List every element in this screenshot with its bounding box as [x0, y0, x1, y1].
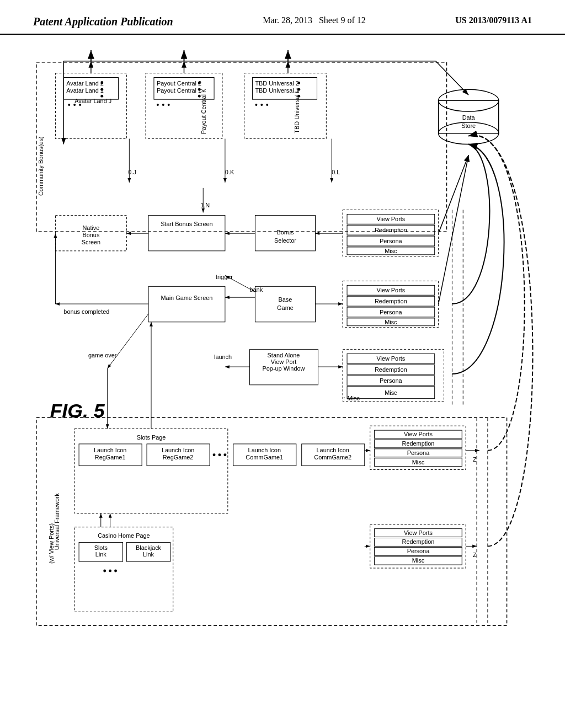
svg-rect-100: [74, 527, 173, 612]
z-label-2: Z: [473, 552, 477, 558]
svg-text:View Port: View Port: [271, 358, 296, 365]
launch-icon-comm1: Launch Icon: [248, 447, 281, 453]
svg-text:Pop-up Window: Pop-up Window: [263, 365, 305, 372]
view-ports-1: View Ports: [376, 216, 405, 222]
svg-point-12: [162, 104, 164, 106]
svg-point-21: [266, 104, 268, 106]
svg-line-64: [108, 314, 148, 368]
svg-point-13: [168, 104, 170, 106]
svg-point-22: [297, 82, 300, 84]
redemption-2: Redemption: [375, 298, 407, 304]
native-bonus-screen: Native: [82, 224, 99, 231]
svg-point-84: [213, 453, 216, 456]
redemption-1: Redemption: [375, 227, 407, 233]
svg-text:Screen: Screen: [82, 239, 101, 245]
svg-point-6: [100, 82, 103, 84]
publication-date-sheet: Mar. 28, 2013 Sheet 9 of 12: [263, 15, 366, 25]
svg-point-86: [223, 453, 226, 456]
data-store-label: Data: [462, 114, 476, 121]
persona-3: Persona: [380, 377, 403, 384]
svg-rect-50: [148, 286, 225, 322]
view-ports-5: View Ports: [404, 529, 433, 536]
launch-icon-reg1: Launch Icon: [94, 447, 126, 453]
svg-point-19: [255, 104, 257, 106]
misc-2: Misc: [385, 319, 397, 325]
svg-point-20: [260, 104, 263, 106]
label-1n: 1.N: [200, 202, 210, 208]
svg-point-3: [68, 104, 70, 106]
svg-rect-79: [74, 429, 228, 513]
diagram-area: FIG. 5 Community Bonus(es) Avatar Land J…: [0, 35, 565, 713]
tbd-universal-1: TBD Universal 1: [255, 87, 299, 94]
svg-text:RegGame2: RegGame2: [163, 454, 194, 461]
data-store-label2: Store: [461, 122, 476, 129]
persona-5: Persona: [407, 548, 430, 554]
svg-point-105: [103, 570, 106, 572]
launch-icon-comm2: Launch Icon: [317, 447, 349, 453]
misc-arrow: ↑ Misc: [343, 395, 360, 402]
publication-number: US 2013/0079113 A1: [455, 15, 532, 25]
svg-point-8: [100, 95, 103, 98]
svg-point-16: [198, 95, 201, 98]
misc-3: Misc: [385, 389, 397, 396]
publication-title: Patent Application Publication: [33, 15, 173, 28]
slots-page-label: Slots Page: [137, 434, 166, 441]
svg-point-107: [114, 570, 117, 572]
svg-text:Link: Link: [95, 551, 107, 558]
svg-line-63: [439, 155, 469, 304]
redemption-3: Redemption: [375, 366, 407, 373]
z-label-1: Z: [473, 456, 477, 463]
avatar-land-j: Avatar Land J: [74, 98, 111, 104]
fig-label: FIG. 5: [50, 400, 105, 422]
svg-text:Selector: Selector: [274, 237, 296, 244]
stand-alone-label: Stand Alone: [268, 352, 300, 358]
svg-text:(w/ View Ports): (w/ View Ports): [48, 523, 55, 564]
svg-text:Game: Game: [277, 304, 294, 311]
base-game: Base: [279, 296, 292, 303]
svg-point-106: [109, 570, 111, 572]
svg-point-15: [198, 88, 201, 91]
svg-text:Link: Link: [143, 551, 154, 558]
payout-central-k-label: Payout Central K: [200, 88, 207, 134]
svg-point-5: [79, 104, 81, 106]
blackjack-link: Blackjack: [136, 544, 162, 551]
game-over-label: game over: [88, 352, 117, 358]
casino-home-page-label: Casino Home Page: [98, 532, 150, 539]
svg-point-85: [218, 453, 221, 456]
svg-text:Bonus: Bonus: [82, 232, 99, 238]
view-ports-2: View Ports: [376, 287, 405, 293]
svg-point-23: [297, 88, 300, 91]
persona-4: Persona: [407, 449, 430, 456]
svg-line-126: [436, 61, 469, 95]
svg-text:RegGame1: RegGame1: [95, 454, 126, 461]
community-bonus-label: Community Bonus(es): [38, 136, 44, 196]
page-header: Patent Application Publication Mar. 28, …: [0, 0, 565, 35]
bonus-selector: Bonus: [277, 229, 294, 235]
svg-text:CommGame1: CommGame1: [246, 454, 283, 461]
payout-central-1: Payout Central 1: [157, 87, 201, 94]
slots-link: Slots: [94, 544, 108, 551]
avatar-land-2: Avatar Land 2: [66, 80, 104, 87]
redemption-4: Redemption: [402, 440, 435, 447]
svg-point-11: [157, 104, 159, 106]
svg-point-7: [100, 88, 103, 91]
payout-central-2: Payout Central 2: [157, 80, 201, 87]
svg-point-24: [297, 95, 300, 98]
launch-label: launch: [214, 354, 232, 360]
start-bonus-screen: Start Bonus Screen: [161, 221, 212, 227]
misc-5: Misc: [412, 557, 425, 564]
label-0k: 0.K: [225, 169, 234, 175]
misc-4: Misc: [412, 459, 425, 465]
misc-1: Misc: [385, 248, 397, 254]
tbd-universal-2: TBD Universal 2: [255, 80, 299, 87]
redemption-5: Redemption: [402, 538, 435, 545]
svg-line-49: [439, 155, 469, 233]
svg-point-4: [73, 104, 76, 106]
bank-label: bank: [249, 286, 263, 293]
svg-point-14: [198, 82, 201, 84]
persona-2: Persona: [380, 309, 403, 315]
bonus-completed-label: bonus completed: [63, 308, 109, 315]
svg-text:CommGame2: CommGame2: [314, 454, 351, 461]
main-game-screen: Main Game Screen: [161, 295, 213, 301]
view-ports-4: View Ports: [404, 431, 433, 437]
